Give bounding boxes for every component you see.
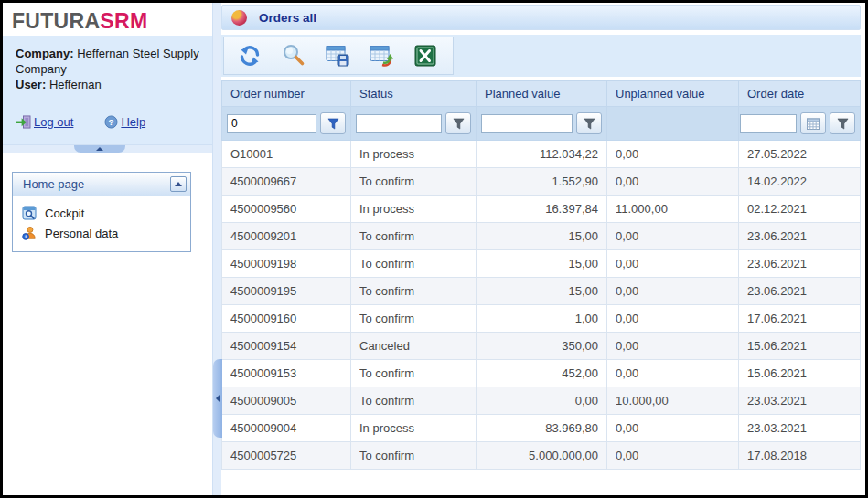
cell-status: To confirm — [351, 387, 477, 415]
company-line: Company: Heffernan Steel Supply Company — [16, 46, 201, 77]
sidebar-item-personal-data[interactable]: i Personal data — [13, 223, 190, 243]
logout-icon — [16, 115, 31, 129]
app-logo: FUTURASRM — [3, 3, 212, 36]
cell-status: To confirm — [351, 168, 477, 196]
collapse-up-handle[interactable] — [74, 145, 125, 153]
logout-link[interactable]: Log out — [16, 114, 73, 130]
planned-value-filter-button[interactable] — [576, 112, 602, 134]
table-row[interactable]: 4500005725 To confirm 5.000.000,00 0,00 … — [222, 442, 861, 470]
column-header-planned-value[interactable]: Planned value — [477, 81, 607, 107]
column-header-order-date[interactable]: Order date — [739, 81, 861, 107]
order-number-filter-button[interactable] — [320, 112, 346, 134]
cell-unplanned-value: 0,00 — [607, 141, 739, 168]
cell-order-date: 23.06.2021 — [739, 278, 861, 305]
cell-status: To confirm — [351, 278, 477, 305]
cell-status: To confirm — [351, 360, 477, 387]
excel-export-button[interactable] — [403, 38, 447, 73]
home-page-panel-header[interactable]: Home page — [13, 173, 190, 196]
cell-order-number: 4500009153 — [222, 360, 351, 387]
cell-order-date: 15.06.2021 — [739, 333, 861, 360]
table-row[interactable]: O10001 In process 112.034,22 0,00 27.05.… — [222, 141, 861, 168]
filter-funnel-icon — [837, 118, 849, 130]
status-filter-button[interactable] — [445, 112, 471, 134]
vertical-splitter[interactable] — [212, 3, 221, 495]
cell-unplanned-value: 10.000,00 — [607, 387, 739, 415]
table-row[interactable]: 4500009154 Canceled 350,00 0,00 15.06.20… — [222, 333, 861, 360]
main-content: Orders all — [221, 3, 866, 495]
panel-collapse-button[interactable] — [170, 176, 187, 192]
company-label: Company: — [16, 47, 74, 60]
sidebar-item-label: Cockpit — [45, 207, 84, 220]
cell-order-number: O10001 — [222, 141, 351, 168]
column-header-unplanned-value[interactable]: Unplanned value — [607, 81, 739, 107]
status-filter-input[interactable] — [356, 114, 442, 133]
home-page-panel-body: Cockpit i Personal data — [13, 196, 190, 251]
order-number-filter-input[interactable] — [227, 114, 316, 133]
cell-order-date: 14.02.2022 — [739, 168, 861, 196]
cell-status: Canceled — [351, 333, 477, 360]
cell-planned-value: 1.552,90 — [477, 168, 607, 196]
user-line: User: Heffernan — [16, 77, 201, 92]
search-button[interactable] — [272, 38, 316, 73]
orders-table: Order number Status Planned value Unplan… — [221, 80, 861, 470]
order-date-filter-input[interactable] — [740, 114, 797, 133]
refresh-button[interactable] — [228, 38, 272, 73]
help-link[interactable]: ? Help — [104, 114, 145, 130]
toolbar — [221, 35, 861, 77]
cell-status: In process — [351, 196, 477, 223]
search-icon — [281, 43, 306, 69]
cell-order-date: 15.06.2021 — [739, 360, 861, 387]
column-header-status[interactable]: Status — [351, 81, 477, 107]
cell-order-number: 4500005725 — [222, 442, 351, 470]
help-label: Help — [121, 114, 145, 130]
order-date-filter-button[interactable] — [830, 112, 855, 134]
cockpit-icon — [22, 206, 37, 220]
order-date-calendar-button[interactable] — [800, 112, 826, 134]
sidebar-horizontal-splitter[interactable] — [3, 144, 212, 153]
collapse-left-handle[interactable] — [213, 359, 222, 438]
table-row[interactable]: 4500009005 To confirm 0,00 10.000,00 23.… — [222, 387, 861, 415]
cell-planned-value: 5.000.000,00 — [477, 442, 607, 470]
filter-funnel-active-icon — [327, 118, 339, 130]
table-row[interactable]: 4500009195 To confirm 15,00 0,00 23.06.2… — [222, 278, 861, 305]
refresh-icon — [237, 43, 263, 69]
export-table-layout-icon — [369, 43, 394, 69]
save-table-layout-button[interactable] — [316, 38, 359, 73]
cell-unplanned-value: 0,00 — [607, 223, 739, 250]
cell-order-date: 17.08.2018 — [739, 442, 861, 470]
cell-planned-value: 1,00 — [477, 305, 607, 333]
cell-order-number: 4500009160 — [222, 305, 351, 333]
user-label: User: — [16, 78, 46, 91]
table-row[interactable]: 4500009004 In process 83.969,80 0,00 23.… — [222, 415, 861, 442]
cell-order-date: 23.03.2021 — [739, 387, 861, 415]
cell-order-number: 4500009005 — [222, 387, 351, 415]
cell-status: To confirm — [351, 223, 477, 250]
cell-order-number: 4500009195 — [222, 278, 351, 305]
table-row[interactable]: 4500009198 To confirm 15,00 0,00 23.06.2… — [222, 250, 861, 278]
table-row[interactable]: 4500009201 To confirm 15,00 0,00 23.06.2… — [222, 223, 861, 250]
cell-unplanned-value: 0,00 — [607, 305, 739, 333]
cell-order-number: 4500009560 — [222, 196, 351, 223]
save-table-layout-icon — [325, 43, 350, 69]
table-filter-row — [222, 107, 861, 141]
page-titlebar: Orders all — [221, 5, 861, 30]
cell-order-number: 4500009004 — [222, 415, 351, 442]
column-header-order-number[interactable]: Order number — [222, 81, 351, 107]
export-table-layout-button[interactable] — [359, 38, 403, 73]
personal-data-icon: i — [22, 226, 37, 240]
cell-order-number: 4500009201 — [222, 223, 351, 250]
orders-sphere-icon — [231, 10, 247, 26]
table-row[interactable]: 4500009560 In process 16.397,84 11.000,0… — [222, 196, 861, 223]
sidebar-item-cockpit[interactable]: Cockpit — [13, 203, 190, 223]
session-info-box: Company: Heffernan Steel Supply Company … — [3, 36, 212, 144]
table-row[interactable]: 4500009667 To confirm 1.552,90 0,00 14.0… — [222, 168, 861, 196]
calendar-icon — [807, 118, 820, 130]
cell-unplanned-value: 0,00 — [607, 250, 739, 278]
table-row[interactable]: 4500009160 To confirm 1,00 0,00 17.06.20… — [222, 305, 861, 333]
cell-planned-value: 452,00 — [477, 360, 607, 387]
navigation-area: Home page Cockpit — [3, 153, 212, 495]
table-row[interactable]: 4500009153 To confirm 452,00 0,00 15.06.… — [222, 360, 861, 387]
cell-unplanned-value: 0,00 — [607, 168, 739, 196]
cell-status: In process — [351, 141, 477, 168]
planned-value-filter-input[interactable] — [481, 114, 573, 133]
